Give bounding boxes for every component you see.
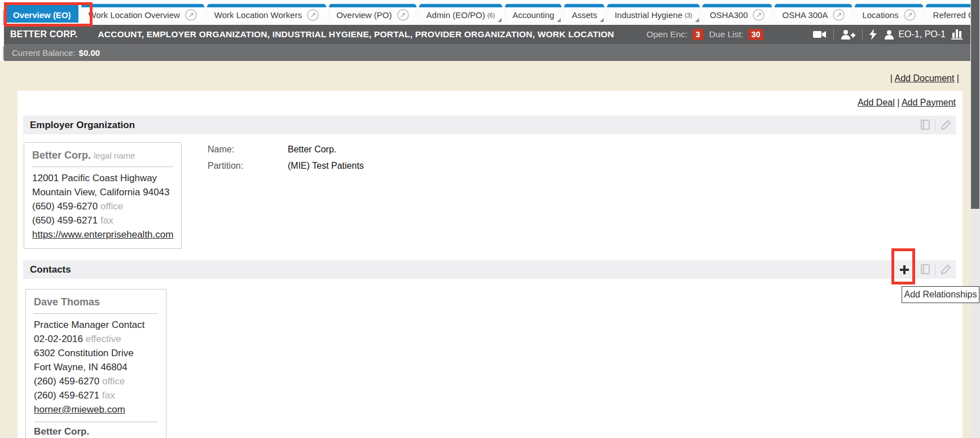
tab-label: Assets <box>572 10 597 20</box>
org-address-line1: 12001 Pacific Coast Highway <box>32 171 173 185</box>
field-label: Partition: <box>208 160 288 172</box>
add-document-link[interactable]: Add Document <box>895 73 955 83</box>
copy-book-icon[interactable] <box>919 264 930 275</box>
deal-payment-row: Add Deal | Add Payment <box>23 98 956 110</box>
contact-effective: 02-02-2016 effective <box>34 332 158 346</box>
tab-assets[interactable]: Assets <box>564 4 604 23</box>
dropdown-corner-icon <box>600 18 604 22</box>
org-phone-fax: (650) 459-6271 fax <box>32 213 173 227</box>
contact-phone-fax: (260) 459-6271 fax <box>34 388 158 402</box>
tab-count: (3) <box>684 12 692 19</box>
external-link-icon[interactable]: ↗ <box>397 9 409 21</box>
tab-count: (6) <box>487 12 495 19</box>
add-plus-icon[interactable] <box>899 264 910 275</box>
balance-label: Current Balance: <box>12 48 76 58</box>
contact-address-line1: 6302 Constitution Drive <box>34 346 158 360</box>
tab-label: Industrial Hygiene <box>614 10 682 20</box>
tab-accounting[interactable]: Accounting <box>505 4 561 23</box>
tab-admin-eo-po[interactable]: Admin (EO/PO) (6) <box>419 4 503 23</box>
field-label: Name: <box>208 143 288 156</box>
org-name: BETTER CORP. <box>10 29 77 40</box>
field-row-partition: Partition: (MIE) Test Patients <box>208 160 364 172</box>
tab-label: Work Location Overview <box>89 10 180 20</box>
copy-book-icon[interactable] <box>919 120 930 131</box>
entity-header-bar: BETTER CORP. ACCOUNT, EMPLOYER ORGANIZAT… <box>4 25 970 44</box>
tab-locations[interactable]: Locations ↗ <box>855 4 922 23</box>
scrollbar-thumb[interactable] <box>971 0 979 209</box>
org-phone-office: (650) 459-6270 office <box>32 199 173 213</box>
left-edge-artifact <box>3 10 4 25</box>
tab-industrial-hygiene[interactable]: Industrial Hygiene (3) <box>607 4 700 23</box>
dropdown-corner-icon <box>498 18 502 22</box>
employer-organization-fields: Name: Better Corp. Partition: (MIE) Test… <box>208 143 364 249</box>
open-enc-label: Open Enc: <box>647 29 688 40</box>
due-list-badge[interactable]: 30 <box>748 29 764 40</box>
contact-card: Dave Thomas Practice Manager Contact 02-… <box>25 289 166 438</box>
tab-overview-po[interactable]: Overview (PO) ↗ <box>329 4 416 23</box>
main-content: | Add Document | Add Deal | Add Payment … <box>0 61 970 438</box>
add-relationships-tooltip: Add Relationships <box>902 286 979 303</box>
external-link-icon[interactable]: ↗ <box>904 9 916 21</box>
due-list-label: Due List: <box>709 29 744 40</box>
tab-label: Admin (EO/PO) <box>427 10 485 20</box>
employer-organization-section-bar: Employer Organization <box>23 116 956 134</box>
contact-email-link[interactable]: horner@mieweb.com <box>34 404 125 415</box>
context-indicator[interactable]: EO-1, PO-1 <box>898 29 946 40</box>
left-edge-artifact <box>3 46 4 60</box>
lightning-icon[interactable] <box>869 29 877 40</box>
org-website-link[interactable]: https://www.enterprisehealth.com <box>32 229 173 240</box>
dropdown-corner-icon <box>695 18 699 22</box>
tab-label: Locations <box>862 10 898 20</box>
grid-icon[interactable] <box>878 264 890 275</box>
org-card-qualifier: legal name <box>94 151 135 160</box>
external-link-icon[interactable]: ↗ <box>833 9 845 21</box>
tab-bar: Overview (EO) Work Location Overview ↗ W… <box>0 0 970 25</box>
dropdown-corner-icon <box>557 18 561 22</box>
tab-work-location-overview[interactable]: Work Location Overview ↗ <box>81 4 204 23</box>
tab-work-location-workers[interactable]: Work Location Workers ↗ <box>207 4 326 23</box>
tab-label: OSHA300 <box>710 10 748 20</box>
tab-osha300[interactable]: OSHA300 ↗ <box>702 4 772 23</box>
add-person-icon[interactable] <box>841 29 855 40</box>
tab-label: Overview (EO) <box>13 10 71 20</box>
entity-categories: ACCOUNT, EMPLOYER ORGANIZATION, INDUSTRI… <box>98 29 614 40</box>
tab-label: Work Location Workers <box>214 10 302 20</box>
bar-chart-icon[interactable] <box>951 29 963 40</box>
add-deal-link[interactable]: Add Deal <box>858 98 895 107</box>
contact-company: Better Corp. <box>34 426 158 437</box>
person-icon[interactable] <box>885 30 894 40</box>
tab-label: Overview (PO) <box>336 10 392 20</box>
contact-phone-office: (260) 459-6270 office <box>34 374 158 388</box>
tab-label: OSHA 300A <box>782 10 828 20</box>
section-title: Employer Organization <box>30 120 919 131</box>
org-card-name: Better Corp. <box>32 150 91 161</box>
contact-address-line2: Fort Wayne, IN 46804 <box>34 360 158 374</box>
record-panel: Add Deal | Add Payment Employer Organiza… <box>17 91 963 438</box>
employer-organization-body: Better Corp.legal name 12001 Pacific Coa… <box>23 142 956 249</box>
video-camera-icon[interactable] <box>813 30 827 39</box>
open-enc-badge[interactable]: 3 <box>692 29 704 40</box>
contact-name: Dave Thomas <box>34 296 158 308</box>
contact-role: Practice Manager Contact <box>34 318 158 332</box>
balance-bar: Current Balance: $0.00 <box>4 44 970 61</box>
external-link-icon[interactable]: ↗ <box>753 9 764 21</box>
tab-overview-eo[interactable]: Overview (EO) <box>6 4 78 23</box>
tab-label: Accounting <box>512 10 554 20</box>
employer-organization-card: Better Corp.legal name 12001 Pacific Coa… <box>24 142 182 249</box>
field-value: Better Corp. <box>288 143 336 156</box>
edit-pencil-icon[interactable] <box>940 120 951 131</box>
external-link-icon[interactable]: ↗ <box>185 9 197 21</box>
add-payment-link[interactable]: Add Payment <box>902 98 956 107</box>
contacts-section-bar: Contacts <box>23 260 956 279</box>
vertical-scrollbar[interactable] <box>970 0 980 438</box>
add-document-row: | Add Document | <box>890 73 959 84</box>
edit-pencil-icon[interactable] <box>940 264 951 275</box>
field-row-name: Name: Better Corp. <box>208 143 364 156</box>
org-address-line2: Mountain View, California 94043 <box>32 185 173 199</box>
external-link-icon[interactable]: ↗ <box>307 9 319 21</box>
section-title: Contacts <box>30 264 878 275</box>
field-value: (MIE) Test Patients <box>288 160 364 172</box>
tab-osha-300a[interactable]: OSHA 300A ↗ <box>775 4 852 23</box>
balance-value: $0.00 <box>79 48 100 58</box>
